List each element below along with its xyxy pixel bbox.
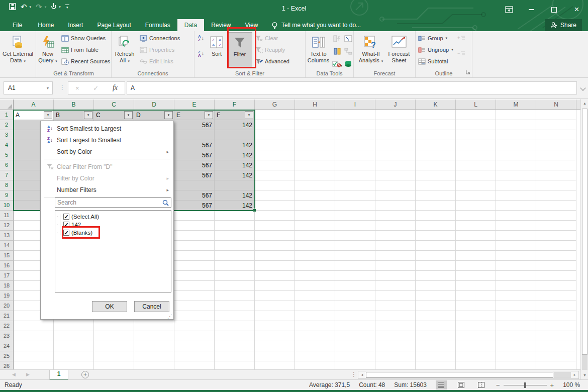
- cell-J5[interactable]: [375, 150, 416, 160]
- filter-menu-item-sort-smallest-to-largest[interactable]: AZ↓Sort Smallest to Largest: [41, 123, 173, 134]
- cell-I11[interactable]: [335, 211, 375, 221]
- cell-D23[interactable]: [134, 331, 174, 341]
- column-header-H[interactable]: H: [295, 100, 335, 110]
- cell-E18[interactable]: [174, 281, 215, 291]
- cell-H22[interactable]: [295, 321, 335, 331]
- formula-input[interactable]: A: [127, 81, 577, 94]
- cell-M6[interactable]: [496, 160, 536, 170]
- outline-dialog-launcher[interactable]: [466, 69, 470, 76]
- cell-N26[interactable]: [536, 361, 576, 369]
- cell-M15[interactable]: [496, 251, 536, 261]
- cell-E24[interactable]: [174, 341, 215, 351]
- cell-L2[interactable]: [456, 120, 496, 130]
- row-header-23[interactable]: 23: [0, 331, 14, 341]
- subtotal-button[interactable]: Subtotal: [418, 57, 453, 65]
- cell-J26[interactable]: [375, 361, 416, 369]
- get-external-data-button[interactable]: Get ExternalData ▾: [3, 32, 33, 68]
- cell-C26[interactable]: [94, 361, 134, 369]
- cell-J10[interactable]: [375, 201, 416, 211]
- scroll-up-icon[interactable]: ▲: [581, 100, 588, 107]
- cell-M4[interactable]: [496, 140, 536, 150]
- filter-dropdown-button-D1[interactable]: ▾: [164, 111, 173, 119]
- row-header-4[interactable]: 4: [0, 140, 14, 150]
- cell-B26[interactable]: [54, 361, 94, 369]
- cell-G25[interactable]: [255, 351, 295, 361]
- cell-J24[interactable]: [375, 341, 416, 351]
- cell-M2[interactable]: [496, 120, 536, 130]
- horizontal-scroll-thumb[interactable]: [366, 372, 553, 378]
- cell-K1[interactable]: [416, 110, 456, 120]
- cell-N4[interactable]: [536, 140, 576, 150]
- cell-J25[interactable]: [375, 351, 416, 361]
- cell-B1[interactable]: B▾: [54, 110, 94, 120]
- cell-L5[interactable]: [456, 150, 496, 160]
- cell-B24[interactable]: [54, 341, 94, 351]
- row-header-13[interactable]: 13: [0, 231, 14, 241]
- cell-I18[interactable]: [335, 281, 375, 291]
- row-header-3[interactable]: 3: [0, 130, 14, 140]
- cell-I8[interactable]: [335, 180, 375, 190]
- filter-value-142[interactable]: ✓142: [55, 221, 171, 229]
- cell-F10[interactable]: 142: [215, 201, 255, 211]
- cell-A24[interactable]: [14, 341, 54, 351]
- cell-G2[interactable]: [255, 120, 295, 130]
- cell-E11[interactable]: [174, 211, 215, 221]
- cell-J12[interactable]: [375, 221, 416, 231]
- cell-E20[interactable]: [174, 301, 215, 311]
- cell-N10[interactable]: [536, 201, 576, 211]
- consolidate-button[interactable]: [343, 34, 353, 43]
- tab-data[interactable]: Data: [177, 19, 204, 31]
- cell-J1[interactable]: [375, 110, 416, 120]
- cell-F9[interactable]: 142: [215, 190, 255, 201]
- cell-M22[interactable]: [496, 321, 536, 331]
- text-to-columns-button[interactable]: Text toColumns: [306, 32, 331, 68]
- cell-M23[interactable]: [496, 331, 536, 341]
- cell-F11[interactable]: [215, 211, 255, 221]
- cell-H13[interactable]: [295, 231, 335, 241]
- cell-J2[interactable]: [375, 120, 416, 130]
- cell-G18[interactable]: [255, 281, 295, 291]
- cell-N1[interactable]: [536, 110, 576, 120]
- cell-I1[interactable]: [335, 110, 375, 120]
- cell-I7[interactable]: [335, 170, 375, 180]
- cell-H2[interactable]: [295, 120, 335, 130]
- column-header-G[interactable]: G: [255, 100, 295, 110]
- cell-M5[interactable]: [496, 150, 536, 160]
- cell-F26[interactable]: [215, 361, 255, 369]
- column-header-E[interactable]: E: [174, 100, 215, 110]
- filter-menu-item-sort-by-color[interactable]: Sort by Color▸: [41, 146, 173, 157]
- cell-L26[interactable]: [456, 361, 496, 369]
- connections-button[interactable]: Connections: [140, 34, 180, 42]
- column-header-C[interactable]: C: [94, 100, 134, 110]
- scroll-down-icon[interactable]: ▼: [581, 371, 588, 379]
- cell-E26[interactable]: [174, 361, 215, 369]
- column-header-B[interactable]: B: [54, 100, 94, 110]
- cancel-button[interactable]: Cancel: [134, 301, 169, 312]
- cell-K16[interactable]: [416, 261, 456, 271]
- select-all-corner[interactable]: [0, 100, 14, 110]
- cell-L23[interactable]: [456, 331, 496, 341]
- cell-L11[interactable]: [456, 211, 496, 221]
- cell-N18[interactable]: [536, 281, 576, 291]
- page-break-view-button[interactable]: [476, 380, 487, 389]
- filter-dropdown-button-F1[interactable]: ▾: [245, 111, 253, 119]
- row-header-6[interactable]: 6: [0, 160, 14, 170]
- cell-N3[interactable]: [536, 130, 576, 140]
- cell-F3[interactable]: [215, 130, 255, 140]
- sort-button[interactable]: ZAAZ Sort: [206, 32, 227, 68]
- cell-H25[interactable]: [295, 351, 335, 361]
- cell-J3[interactable]: [375, 130, 416, 140]
- cell-H21[interactable]: [295, 311, 335, 321]
- cell-K23[interactable]: [416, 331, 456, 341]
- cell-H3[interactable]: [295, 130, 335, 140]
- cell-F21[interactable]: [215, 311, 255, 321]
- column-header-N[interactable]: N: [536, 100, 576, 110]
- cell-H7[interactable]: [295, 170, 335, 180]
- cell-H5[interactable]: [295, 150, 335, 160]
- cell-D24[interactable]: [134, 341, 174, 351]
- cell-F25[interactable]: [215, 351, 255, 361]
- cell-J14[interactable]: [375, 241, 416, 251]
- cell-L4[interactable]: [456, 140, 496, 150]
- cell-M12[interactable]: [496, 221, 536, 231]
- cell-F7[interactable]: 142: [215, 170, 255, 180]
